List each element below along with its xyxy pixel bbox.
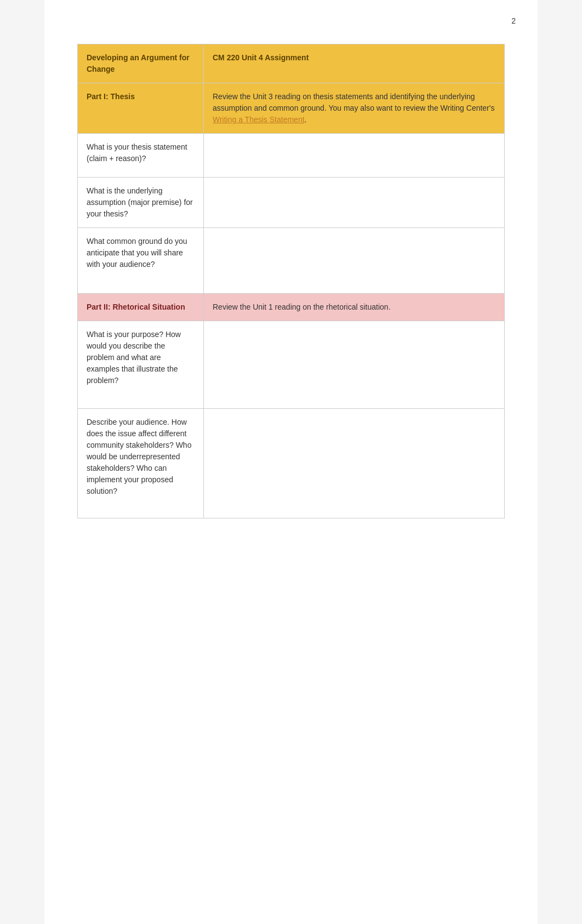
q4-label-text: What is your purpose? How would you desc… — [87, 330, 181, 385]
header-right-text: CM 220 Unit 4 Assignment — [213, 53, 309, 62]
part1-content: Review the Unit 3 reading on thesis stat… — [204, 83, 505, 134]
q1-label-text: What is your thesis statement (claim + r… — [87, 142, 187, 163]
page-container: 2 Developing an Argument for Change CM 2… — [44, 0, 538, 924]
header-left-cell: Developing an Argument for Change — [78, 44, 204, 83]
q2-label-text: What is the underlying assumption (major… — [87, 186, 193, 218]
q2-label: What is the underlying assumption (major… — [78, 178, 204, 228]
thesis-statement-link[interactable]: Writing a Thesis Statement — [213, 115, 305, 124]
part2-row: Part II: Rhetorical Situation Review the… — [78, 294, 505, 321]
part1-text: Review the Unit 3 reading on thesis stat… — [213, 92, 494, 112]
q2-answer[interactable] — [204, 178, 505, 228]
q3-label: What common ground do you anticipate tha… — [78, 228, 204, 294]
header-row: Developing an Argument for Change CM 220… — [78, 44, 505, 83]
part2-text: Review the Unit 1 reading on the rhetori… — [213, 303, 391, 311]
main-table: Developing an Argument for Change CM 220… — [77, 44, 505, 518]
part1-text-after: . — [305, 115, 307, 124]
q4-row: What is your purpose? How would you desc… — [78, 321, 505, 409]
part2-label-text: Part II: Rhetorical Situation — [87, 303, 185, 311]
q3-row: What common ground do you anticipate tha… — [78, 228, 505, 294]
part1-row: Part I: Thesis Review the Unit 3 reading… — [78, 83, 505, 134]
part1-label-text: Part I: Thesis — [87, 92, 135, 101]
q4-answer[interactable] — [204, 321, 505, 409]
q5-label: Describe your audience. How does the iss… — [78, 409, 204, 518]
part1-label: Part I: Thesis — [78, 83, 204, 134]
header-left-text: Developing an Argument for Change — [87, 53, 190, 73]
q4-label: What is your purpose? How would you desc… — [78, 321, 204, 409]
q1-answer[interactable] — [204, 134, 505, 178]
q3-label-text: What common ground do you anticipate tha… — [87, 237, 187, 269]
part2-content: Review the Unit 1 reading on the rhetori… — [204, 294, 505, 321]
part2-label: Part II: Rhetorical Situation — [78, 294, 204, 321]
header-right-cell: CM 220 Unit 4 Assignment — [204, 44, 505, 83]
q5-row: Describe your audience. How does the iss… — [78, 409, 505, 518]
q5-answer[interactable] — [204, 409, 505, 518]
q3-answer[interactable] — [204, 228, 505, 294]
page-number: 2 — [511, 16, 516, 25]
q1-row: What is your thesis statement (claim + r… — [78, 134, 505, 178]
q1-label: What is your thesis statement (claim + r… — [78, 134, 204, 178]
q5-label-text: Describe your audience. How does the iss… — [87, 418, 191, 495]
q2-row: What is the underlying assumption (major… — [78, 178, 505, 228]
